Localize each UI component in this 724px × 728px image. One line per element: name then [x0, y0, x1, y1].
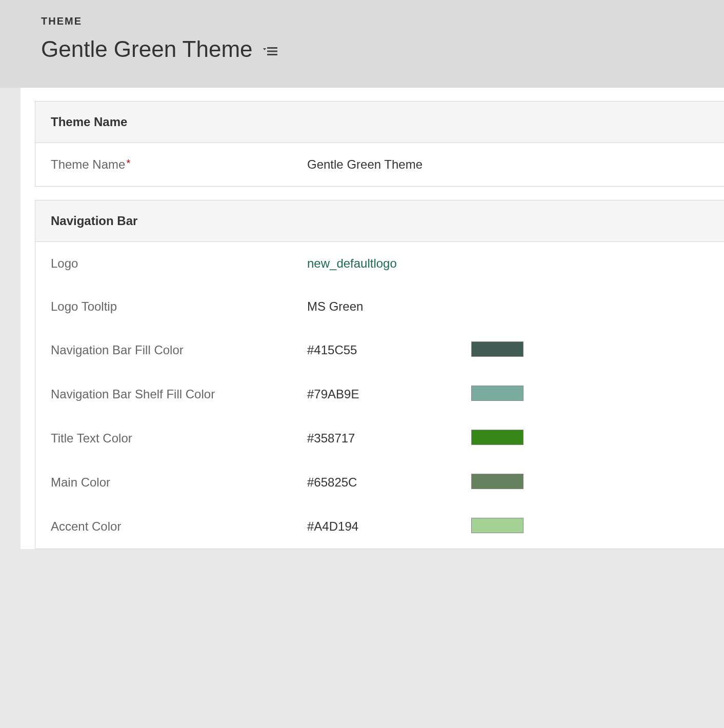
section-theme-name: Theme Name Theme Name* Gentle Green Them… [35, 101, 724, 187]
swatch-nav-shelf-fill-cell [471, 386, 524, 403]
label-logo-tooltip: Logo Tooltip [51, 299, 307, 314]
content: Theme Name Theme Name* Gentle Green Them… [21, 88, 724, 549]
title-row: Gentle Green Theme [41, 36, 724, 62]
content-wrapper: Theme Name Theme Name* Gentle Green Them… [0, 88, 724, 549]
swatch-main-color[interactable] [471, 474, 524, 489]
field-title-text: Title Text Color #358717 [35, 416, 724, 460]
field-main-color: Main Color #65825C [35, 460, 724, 504]
record-menu-icon[interactable] [263, 42, 277, 56]
page-header: THEME Gentle Green Theme [0, 0, 724, 88]
label-accent-color: Accent Color [51, 519, 307, 534]
value-logo[interactable]: new_defaultlogo [307, 256, 471, 271]
swatch-nav-fill[interactable] [471, 341, 524, 357]
field-accent-color: Accent Color #A4D194 [35, 504, 724, 549]
section-header-theme-name[interactable]: Theme Name [35, 102, 724, 143]
label-nav-fill: Navigation Bar Fill Color [51, 343, 307, 357]
swatch-main-color-cell [471, 474, 524, 491]
value-theme-name[interactable]: Gentle Green Theme [307, 157, 471, 172]
value-main-color[interactable]: #65825C [307, 475, 471, 490]
svg-rect-3 [267, 54, 277, 55]
swatch-accent-color[interactable] [471, 518, 524, 533]
field-nav-shelf-fill: Navigation Bar Shelf Fill Color #79AB9E [35, 372, 724, 416]
svg-marker-0 [263, 48, 266, 50]
value-title-text[interactable]: #358717 [307, 431, 471, 446]
value-accent-color[interactable]: #A4D194 [307, 519, 471, 534]
entity-label: THEME [41, 15, 724, 27]
label-theme-name-text: Theme Name [51, 157, 125, 171]
section-body-theme-name: Theme Name* Gentle Green Theme [35, 143, 724, 186]
svg-rect-1 [267, 47, 277, 49]
swatch-nav-fill-cell [471, 341, 524, 359]
field-nav-fill: Navigation Bar Fill Color #415C55 [35, 328, 724, 372]
section-header-navigation-bar[interactable]: Navigation Bar [35, 200, 724, 242]
value-nav-fill[interactable]: #415C55 [307, 343, 471, 357]
label-logo: Logo [51, 256, 307, 271]
label-theme-name: Theme Name* [51, 157, 307, 172]
svg-rect-2 [267, 51, 277, 52]
field-logo-tooltip: Logo Tooltip MS Green [35, 285, 724, 328]
required-indicator: * [126, 157, 130, 169]
page-title: Gentle Green Theme [41, 36, 253, 62]
value-nav-shelf-fill[interactable]: #79AB9E [307, 387, 471, 401]
section-body-navigation-bar: Logo new_defaultlogo Logo Tooltip MS Gre… [35, 242, 724, 549]
label-main-color: Main Color [51, 475, 307, 490]
label-title-text: Title Text Color [51, 431, 307, 446]
label-nav-shelf-fill: Navigation Bar Shelf Fill Color [51, 387, 307, 401]
field-logo: Logo new_defaultlogo [35, 242, 724, 285]
swatch-nav-shelf-fill[interactable] [471, 386, 524, 401]
field-theme-name: Theme Name* Gentle Green Theme [35, 143, 724, 186]
swatch-accent-color-cell [471, 518, 524, 535]
section-navigation-bar: Navigation Bar Logo new_defaultlogo Logo… [35, 200, 724, 549]
value-logo-tooltip[interactable]: MS Green [307, 299, 471, 314]
swatch-title-text[interactable] [471, 430, 524, 445]
swatch-title-text-cell [471, 430, 524, 447]
